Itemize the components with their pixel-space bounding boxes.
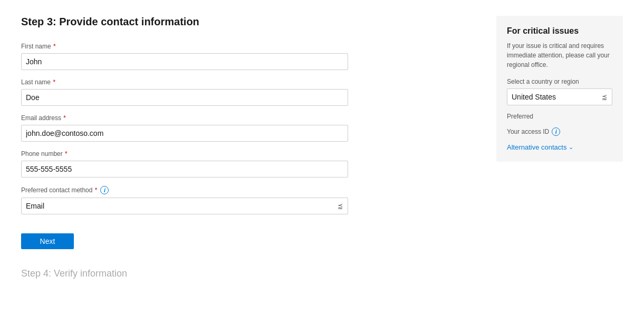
preferred-contact-label: Preferred contact method * (21, 186, 97, 194)
last-name-group: Last name * (21, 78, 364, 106)
phone-group: Phone number * (21, 150, 364, 178)
step4-title: Step 4: Verify information (21, 268, 364, 279)
sidebar-card-title: For critical issues (507, 26, 612, 36)
country-select-wrapper: United States Canada United Kingdom Aust… (507, 88, 612, 105)
sidebar: For critical issues If your issue is cri… (496, 16, 623, 299)
first-name-input[interactable] (21, 53, 348, 70)
preferred-contact-info-icon[interactable]: i (100, 186, 109, 194)
access-id-row: Your access ID i (507, 127, 612, 136)
email-label: Email address * (21, 114, 364, 122)
access-id-label-text: Your access ID (507, 128, 549, 135)
preferred-contact-label-row: Preferred contact method * i (21, 186, 364, 194)
access-id-info-icon[interactable]: i (552, 127, 560, 136)
critical-issues-card: For critical issues If your issue is cri… (496, 16, 623, 162)
phone-label: Phone number * (21, 150, 364, 158)
email-group: Email address * (21, 114, 364, 142)
country-select[interactable]: United States Canada United Kingdom Aust… (507, 88, 612, 105)
preferred-contact-group: Preferred contact method * i Email Phone… (21, 186, 364, 214)
last-name-input[interactable] (21, 89, 348, 106)
preferred-contact-select-wrapper: Email Phone ⪷ (21, 198, 348, 214)
phone-input[interactable] (21, 161, 348, 178)
email-input[interactable] (21, 125, 348, 142)
alternative-contacts-chevron-icon: ⌄ (569, 144, 573, 151)
alternative-contacts-label: Alternative contacts (507, 143, 566, 151)
last-name-label: Last name * (21, 78, 364, 86)
main-form-section: Step 3: Provide contact information Firs… (21, 16, 364, 299)
step3-title: Step 3: Provide contact information (21, 16, 364, 28)
alternative-contacts-link[interactable]: Alternative contacts ⌄ (507, 143, 612, 151)
first-name-group: First name * (21, 43, 364, 70)
country-label: Select a country or region (507, 78, 612, 85)
sidebar-preferred-label: Preferred (507, 113, 612, 120)
sidebar-card-desc: If your issue is critical and requires i… (507, 41, 612, 70)
next-button[interactable]: Next (21, 233, 74, 249)
first-name-label: First name * (21, 43, 364, 50)
preferred-contact-select[interactable]: Email Phone (21, 198, 348, 214)
